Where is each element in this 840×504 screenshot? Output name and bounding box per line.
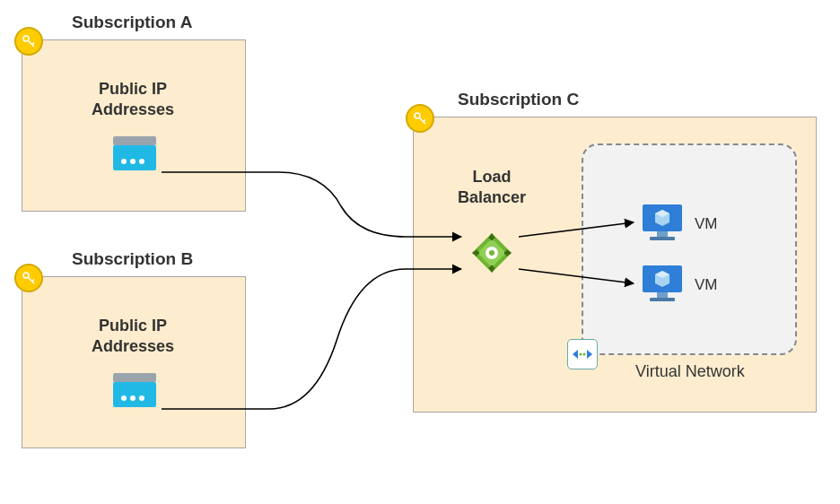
- svg-line-42: [519, 269, 634, 283]
- connector-lb-to-vm2: [0, 0, 840, 504]
